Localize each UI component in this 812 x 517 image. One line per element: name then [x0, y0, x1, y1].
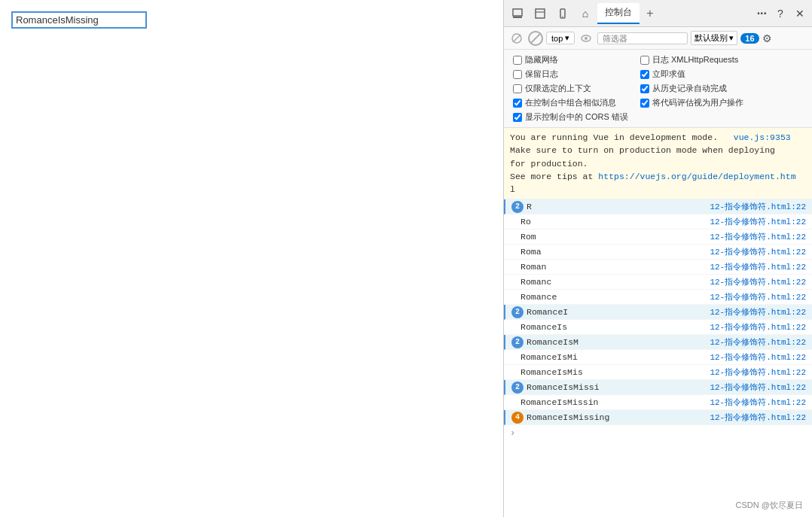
option-eager-eval[interactable]: 立即求值: [640, 68, 743, 80]
table-row[interactable]: Romanc 12-指令修饰符.html:22: [504, 275, 812, 290]
row-text: RomanceI: [527, 307, 704, 317]
option-hide-network[interactable]: 隐藏网络: [513, 54, 628, 65]
svg-point-5: [562, 16, 563, 17]
home-icon[interactable]: ⌂: [575, 3, 596, 24]
hide-network-label: 隐藏网络: [525, 54, 558, 65]
selected-context-checkbox[interactable]: [513, 84, 522, 93]
console-output[interactable]: You are running Vue in development mode.…: [504, 128, 812, 517]
log-xhr-checkbox[interactable]: [640, 56, 649, 65]
filter-input[interactable]: [597, 32, 688, 44]
table-row[interactable]: Roma 12-指令修饰符.html:22: [504, 245, 812, 260]
table-row[interactable]: RomanceIsMis 12-指令修饰符.html:22: [504, 365, 812, 380]
row-source-link[interactable]: 12-指令修饰符.html:22: [710, 351, 806, 363]
row-source-link[interactable]: 12-指令修饰符.html:22: [710, 216, 806, 227]
row-source-link[interactable]: 12-指令修饰符.html:22: [710, 366, 806, 378]
tab-console[interactable]: 控制台: [597, 3, 640, 24]
expand-button[interactable]: ›: [504, 425, 812, 442]
svg-point-9: [585, 37, 588, 40]
row-source-link[interactable]: 12-指令修饰符.html:22: [710, 231, 806, 242]
table-row[interactable]: RomanceIs 12-指令修饰符.html:22: [504, 320, 812, 335]
tab-console-label: 控制台: [605, 6, 632, 19]
vue-source-link[interactable]: vue.js:9353: [734, 132, 791, 142]
home-icon-symbol: ⌂: [582, 8, 588, 20]
level-dropdown-arrow: ▾: [729, 33, 734, 43]
devtools-panel: ⌂ 控制台 + ··· ? ✕ top ▾ 默认级别 ▾ 16 ⚙: [503, 0, 812, 517]
row-source-link[interactable]: 12-指令修饰符.html:22: [710, 321, 806, 333]
group-similar-checkbox[interactable]: [513, 99, 522, 108]
watermark: CSDN @饮尽夏日: [736, 500, 803, 511]
watermark-text: CSDN @饮尽夏日: [736, 500, 803, 509]
row-badge: 2: [511, 336, 524, 348]
row-source-link[interactable]: 12-指令修饰符.html:22: [710, 246, 806, 257]
row-badge: 2: [511, 201, 524, 213]
row-text: RomanceIsMi: [520, 352, 704, 362]
option-user-activation[interactable]: 将代码评估视为用户操作: [640, 97, 743, 108]
search-input[interactable]: [11, 11, 147, 29]
option-group-similar[interactable]: 在控制台中组合相似消息: [513, 97, 628, 108]
row-text: RomanceIsMissin: [520, 397, 704, 407]
devtools-topbar: ⌂ 控制台 + ··· ? ✕: [504, 0, 812, 27]
row-badge: 2: [511, 382, 524, 394]
eager-eval-checkbox[interactable]: [640, 70, 649, 79]
vue-line1: You are running Vue in development mode.: [510, 132, 728, 142]
context-label: top: [551, 34, 563, 43]
option-preserve-log[interactable]: 保留日志: [513, 68, 628, 80]
table-row[interactable]: 2 RomanceIsM 12-指令修饰符.html:22: [504, 335, 812, 350]
dropdown-arrow-icon: ▾: [565, 33, 569, 43]
table-row[interactable]: Roman 12-指令修饰符.html:22: [504, 260, 812, 275]
row-source-link[interactable]: 12-指令修饰符.html:22: [710, 397, 806, 408]
dock-icon[interactable]: [507, 3, 528, 24]
log-xhr-label: 日志 XMLHttpRequests: [652, 54, 738, 65]
row-source-link[interactable]: 12-指令修饰符.html:22: [710, 382, 806, 393]
undock-icon[interactable]: [530, 3, 551, 24]
autocomplete-label: 从历史记录自动完成: [652, 83, 727, 94]
hide-network-checkbox[interactable]: [513, 56, 522, 65]
clear-console-button[interactable]: [508, 30, 525, 47]
row-source-link[interactable]: 12-指令修饰符.html:22: [710, 261, 806, 272]
table-row[interactable]: Rom 12-指令修饰符.html:22: [504, 230, 812, 245]
table-row[interactable]: RomanceIsMissin 12-指令修饰符.html:22: [504, 395, 812, 410]
user-activation-checkbox[interactable]: [640, 99, 649, 108]
table-row[interactable]: Ro 12-指令修饰符.html:22: [504, 214, 812, 230]
table-row[interactable]: 4 RomanceIsMissing 12-指令修饰符.html:22: [504, 410, 812, 425]
settings-icon[interactable]: ⚙: [762, 32, 772, 44]
help-button[interactable]: ?: [771, 5, 789, 23]
vue-line2: Make sure to turn on production mode whe…: [510, 145, 775, 155]
options-col-right: 日志 XMLHttpRequests 立即求值 从历史记录自动完成 将代码评估视…: [640, 54, 743, 123]
more-options-button[interactable]: ···: [754, 7, 770, 20]
mobile-icon[interactable]: [552, 3, 573, 24]
eager-eval-label: 立即求值: [652, 68, 685, 80]
preserve-log-checkbox[interactable]: [513, 70, 522, 79]
row-source-link[interactable]: 12-指令修饰符.html:22: [710, 291, 806, 303]
table-row[interactable]: 2 RomanceI 12-指令修饰符.html:22: [504, 305, 812, 320]
row-text: Roman: [520, 262, 704, 272]
add-tab-button[interactable]: +: [641, 5, 659, 23]
row-text: RomanceIsMissing: [527, 412, 704, 422]
eye-icon[interactable]: [578, 30, 594, 47]
row-source-link[interactable]: 12-指令修饰符.html:22: [710, 276, 806, 287]
table-row[interactable]: RomanceIsMi 12-指令修饰符.html:22: [504, 350, 812, 365]
row-text: RomanceIsMissi: [527, 382, 704, 392]
user-activation-label: 将代码评估视为用户操作: [652, 97, 743, 108]
context-selector[interactable]: top ▾: [546, 32, 575, 44]
log-level-select[interactable]: 默认级别 ▾: [691, 31, 737, 45]
table-row[interactable]: 2 R 12-指令修饰符.html:22: [504, 199, 812, 214]
cors-errors-checkbox[interactable]: [513, 113, 522, 122]
block-icon[interactable]: [528, 31, 543, 46]
option-selected-context[interactable]: 仅限选定的上下文: [513, 83, 628, 94]
close-button[interactable]: ✕: [791, 5, 809, 23]
table-row[interactable]: Romance 12-指令修饰符.html:22: [504, 290, 812, 305]
option-log-xhr[interactable]: 日志 XMLHttpRequests: [640, 54, 743, 65]
row-source-link[interactable]: 12-指令修饰符.html:22: [710, 201, 806, 212]
row-source-link[interactable]: 12-指令修饰符.html:22: [710, 306, 806, 318]
option-autocomplete[interactable]: 从历史记录自动完成: [640, 83, 743, 94]
row-text: RomanceIs: [520, 322, 704, 332]
row-source-link[interactable]: 12-指令修饰符.html:22: [710, 336, 806, 348]
row-source-link[interactable]: 12-指令修饰符.html:22: [710, 412, 806, 423]
autocomplete-checkbox[interactable]: [640, 84, 649, 93]
table-row[interactable]: 2 RomanceIsMissi 12-指令修饰符.html:22: [504, 380, 812, 395]
option-cors-errors[interactable]: 显示控制台中的 CORS 错误: [513, 111, 628, 123]
row-text: Rom: [520, 232, 704, 242]
selected-context-label: 仅限选定的上下文: [525, 83, 591, 94]
vue-deployment-link[interactable]: https://vuejs.org/guide/deployment.htm: [598, 172, 795, 181]
